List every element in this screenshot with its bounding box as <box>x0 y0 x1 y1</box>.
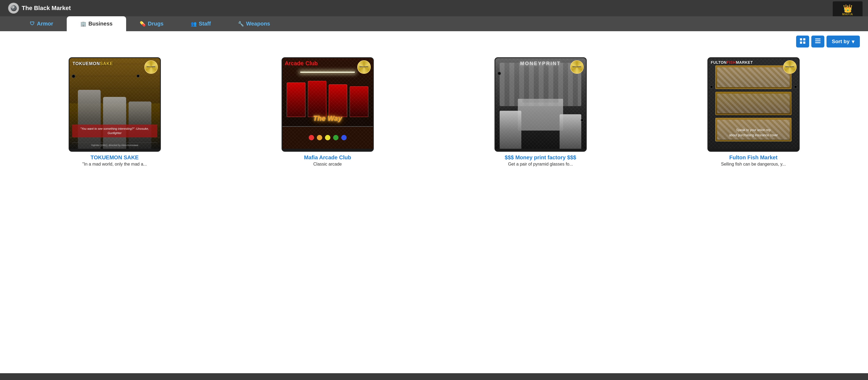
card-fish[interactable]: FULTONFISHMARKET Speak to your union rep… <box>707 57 800 152</box>
weapons-icon: 🔧 <box>238 21 244 27</box>
btn-orange <box>317 135 322 140</box>
fish-crate-1-fill <box>717 67 789 87</box>
list-view-icon <box>815 38 821 45</box>
money-mw-badge <box>570 60 584 74</box>
app-header: 🎱 The Black Market 👑 MAFIA WARS <box>0 0 868 16</box>
fish-crate-2 <box>715 92 792 115</box>
svg-rect-7 <box>815 39 816 39</box>
card-arcade[interactable]: The Way Arcade Club <box>282 57 374 152</box>
fish-card-description: Selling fish can be dangerous, y... <box>721 162 786 167</box>
mafia-text: MAFIA <box>842 12 854 16</box>
card-wrapper-fish: FULTONFISHMARKET Speak to your union rep… <box>647 55 860 172</box>
btn-green <box>333 135 339 140</box>
sake-card-description: "In a mad world, only the mad a... <box>83 162 147 167</box>
grid-view-button[interactable] <box>796 35 809 48</box>
svg-rect-2 <box>800 41 802 44</box>
money-building-top <box>522 99 559 103</box>
tab-business-label: Business <box>88 21 113 27</box>
tab-armor-label: Armor <box>37 21 53 27</box>
arcade-mw-badge <box>357 60 371 74</box>
svg-rect-5 <box>815 40 820 41</box>
arcade-machine-3 <box>329 84 347 117</box>
sake-badge <box>144 60 158 75</box>
arcade-title-text: Arcade Club <box>285 60 318 66</box>
figure-1 <box>78 90 101 149</box>
arcade-the-way-text: The Way <box>282 114 373 123</box>
arcade-badge <box>357 60 371 75</box>
mafia-logo-crown: 👑 <box>843 5 852 12</box>
fish-title-fulton: FULTON <box>711 60 727 65</box>
bullet-hole-1 <box>72 75 75 78</box>
arcade-card-description: Classic arcade <box>313 162 342 167</box>
money-card-spacer <box>495 149 586 151</box>
card-wrapper-sake: TOKUEMONSAKE "You want to see something … <box>8 55 221 172</box>
money-bullet-1 <box>497 72 501 75</box>
fish-speak-line1: Speak to your union rep <box>736 128 771 132</box>
drugs-icon: 💊 <box>140 21 146 27</box>
svg-rect-6 <box>815 42 820 43</box>
money-card-name[interactable]: $$$ Money print factory $$$ <box>505 154 576 161</box>
sake-card-name[interactable]: TOKUEMON SAKE <box>91 154 138 161</box>
sake-title-part1: TOKUEMON <box>73 61 100 66</box>
btn-red <box>309 135 314 140</box>
fish-title-market: MARKET <box>736 60 753 65</box>
arcade-machines-row <box>287 81 368 117</box>
fish-separator <box>717 140 789 140</box>
fish-crate-2-fill <box>717 94 789 113</box>
sort-by-button[interactable]: Sort by ▾ <box>827 35 860 48</box>
list-view-button[interactable] <box>811 35 824 48</box>
sort-by-label: Sort by <box>832 38 849 45</box>
fish-card-name[interactable]: Fulton Fish Market <box>730 154 778 161</box>
fish-badge <box>783 60 797 75</box>
fish-title-overlay: FULTONFISHMARKET <box>711 60 753 65</box>
money-figure-right <box>560 114 581 149</box>
tab-weapons-label: Weapons <box>246 21 270 27</box>
sort-dropdown-icon: ▾ <box>852 38 855 45</box>
logo-icon: 🎱 <box>8 3 19 13</box>
tabs-bar: 🛡 Armor 🏢 Business 💊 Drugs 👥 Staff 🔧 Wea… <box>0 16 868 31</box>
tab-weapons[interactable]: 🔧 Weapons <box>224 16 284 31</box>
fish-image-area: FULTONFISHMARKET Speak to your union rep… <box>708 58 799 149</box>
armor-icon: 🛡 <box>30 21 35 27</box>
card-wrapper-arcade: The Way Arcade Club <box>221 55 434 172</box>
card-sake[interactable]: TOKUEMONSAKE "You want to see something … <box>69 57 161 152</box>
arcade-light <box>300 72 354 73</box>
fish-speak-text: Speak to your union rep about purchasing… <box>711 127 796 138</box>
sake-mw-badge <box>144 60 158 74</box>
tab-staff-label: Staff <box>199 21 211 27</box>
tab-drugs-label: Drugs <box>148 21 163 27</box>
fish-crate-1 <box>715 65 792 89</box>
arcade-machine-2 <box>308 81 326 117</box>
sake-title-part2: SAKE <box>100 61 113 66</box>
sake-quote: "You want to see something interesting?"… <box>72 124 157 137</box>
sake-card-spacer <box>69 149 160 151</box>
app-logo: 🎱 The Black Market <box>8 3 71 13</box>
arcade-image-area: The Way Arcade Club <box>282 58 373 149</box>
card-money[interactable]: MONEYPRINT <box>495 57 587 152</box>
fish-bullet-1 <box>710 85 713 88</box>
tab-drugs[interactable]: 💊 Drugs <box>126 16 177 31</box>
sake-title-overlay: TOKUEMONSAKE <box>73 61 113 66</box>
arcade-controller-area <box>282 126 373 149</box>
arcade-card-name[interactable]: Mafia Arcade Club <box>304 154 351 161</box>
svg-rect-0 <box>800 38 802 40</box>
svg-rect-1 <box>803 38 805 40</box>
card-wrapper-money: MONEYPRINT <box>434 55 647 172</box>
tab-business[interactable]: 🏢 Business <box>67 16 126 31</box>
arcade-card-spacer <box>282 149 373 151</box>
fish-title-fish: FISH <box>727 60 736 65</box>
money-figure-left <box>500 111 521 149</box>
tab-staff[interactable]: 👥 Staff <box>177 16 224 31</box>
money-building <box>518 99 563 130</box>
main-content: Sort by ▾ <box>0 31 868 373</box>
money-bullet-2 <box>581 119 584 122</box>
grid-view-icon <box>800 38 806 45</box>
sake-figures <box>74 90 155 149</box>
arcade-title-overlay: Arcade Club <box>285 60 318 66</box>
sake-image-area: TOKUEMONSAKE "You want to see something … <box>69 58 160 149</box>
btn-yellow <box>325 135 330 140</box>
figure-2 <box>103 97 126 149</box>
btn-blue <box>341 135 347 140</box>
cards-grid: TOKUEMONSAKE "You want to see something … <box>0 52 868 180</box>
tab-armor[interactable]: 🛡 Armor <box>16 16 67 31</box>
